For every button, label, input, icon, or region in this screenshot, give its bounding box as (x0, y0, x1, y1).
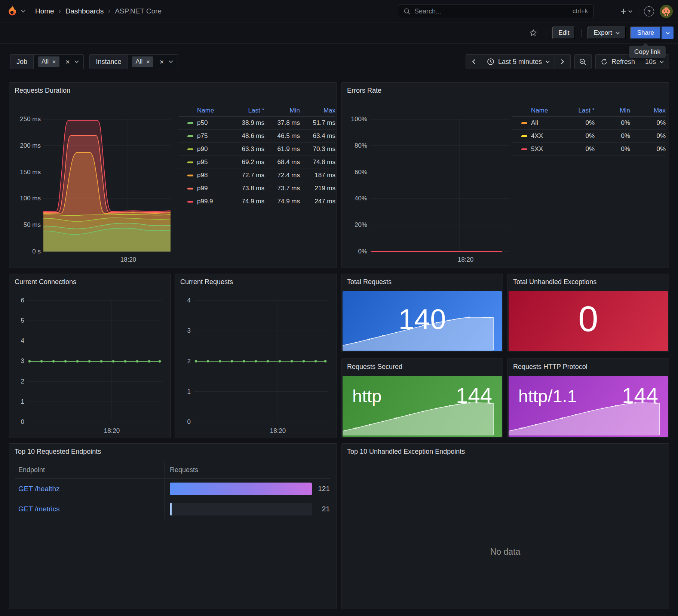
instance-chip-label: All (135, 58, 142, 65)
time-shift-forward-button[interactable] (555, 55, 570, 69)
current-requests-chart[interactable] (194, 299, 328, 424)
search-input[interactable] (414, 7, 569, 15)
legend-last-value: 69.2 ms (229, 158, 264, 166)
remove-chip-icon[interactable]: ✕ (146, 59, 150, 64)
total-requests-stat: 140 (343, 291, 502, 351)
chevron-down-icon[interactable] (169, 60, 173, 63)
export-button[interactable]: Export (588, 27, 625, 39)
chevron-down-icon[interactable] (74, 60, 79, 63)
series-name[interactable]: p50 (197, 119, 229, 127)
legend-last-value: 0% (559, 132, 595, 140)
share-button[interactable]: Share (630, 27, 661, 39)
instance-variable-value[interactable]: All ✕ ✕ (128, 55, 177, 69)
current-connections-chart[interactable] (27, 299, 162, 424)
panel-title[interactable]: Requests HTTP Protocol (513, 363, 588, 371)
zoom-out-group (574, 54, 592, 69)
clear-selection-icon[interactable]: ✕ (65, 59, 70, 65)
series-name[interactable]: p99 (197, 185, 229, 192)
panel-title[interactable]: Requests Secured (347, 363, 402, 371)
legend-row: All0%0%0% (512, 117, 666, 130)
legend-header-cell[interactable]: Min (264, 107, 300, 114)
axis-tick-label: 150 ms (12, 168, 41, 177)
panel-requests-secured: Requests Secured http 144 (341, 358, 503, 438)
add-new-button[interactable]: + (620, 6, 632, 16)
legend-header-cell[interactable]: Max (630, 107, 666, 114)
legend-last-value: 73.8 ms (229, 185, 264, 192)
panel-total-unhandled-exceptions: Total Unhandled Exceptions 0 (507, 274, 669, 352)
endpoint-link[interactable]: GET /healthz (15, 485, 164, 493)
panel-title[interactable]: Errors Rate (347, 87, 381, 95)
job-selected-chip[interactable]: All ✕ (38, 56, 59, 67)
chevron-down-icon (660, 61, 664, 63)
search-bar[interactable]: ctrl+k (398, 4, 593, 18)
job-variable-label[interactable]: Job (10, 55, 34, 69)
legend-last-value: 0% (559, 119, 595, 127)
clear-selection-icon[interactable]: ✕ (159, 59, 164, 65)
remove-chip-icon[interactable]: ✕ (52, 59, 56, 64)
series-color-pill (521, 148, 527, 150)
x-axis-tick: 18:20 (115, 256, 141, 264)
edit-button[interactable]: Edit (552, 27, 575, 39)
panel-title[interactable]: Requests Duration (15, 87, 70, 95)
chevron-down-icon (616, 32, 620, 34)
legend-header-cell[interactable]: Last * (229, 107, 264, 114)
time-shift-back-button[interactable] (466, 55, 482, 69)
requests-duration-chart[interactable] (43, 116, 171, 258)
variable-filters: Job All ✕ ✕ Instance All ✕ ✕ (10, 54, 178, 69)
chevron-left-icon (472, 59, 475, 64)
panel-title[interactable]: Top 10 Requested Endpoints (15, 448, 101, 456)
breadcrumb-dashboards[interactable]: Dashboards (65, 7, 104, 15)
column-header-requests[interactable]: Requests (164, 462, 331, 478)
requests-secured-stat: http 144 (343, 376, 502, 437)
panel-title[interactable]: Top 10 Unhandled Exception Endpoints (347, 448, 465, 456)
series-name[interactable]: p75 (197, 132, 229, 140)
legend-header-cell[interactable]: Min (595, 107, 630, 114)
job-variable-value[interactable]: All ✕ ✕ (34, 55, 83, 69)
panel-title[interactable]: Total Unhandled Exceptions (513, 278, 596, 286)
zoom-out-button[interactable] (575, 55, 591, 69)
panel-title[interactable]: Total Requests (347, 278, 392, 286)
legend-min-value: 73.7 ms (264, 185, 300, 192)
time-range-picker[interactable]: Last 5 minutes (482, 55, 555, 69)
series-name[interactable]: All (531, 119, 559, 127)
help-icon[interactable]: ? (644, 6, 654, 16)
series-name[interactable]: p99.9 (197, 198, 229, 205)
series-name[interactable]: 4XX (531, 132, 559, 140)
user-avatar[interactable] (660, 5, 673, 18)
endpoint-link[interactable]: GET /metrics (15, 505, 164, 513)
share-menu-button[interactable] (662, 27, 674, 39)
legend-header-cell[interactable]: Last * (559, 107, 595, 114)
grafana-logo[interactable] (6, 4, 18, 18)
errors-rate-chart[interactable] (370, 117, 510, 254)
endpoint-row: GET /metrics21 (15, 499, 331, 519)
axis-tick-label: 80% (346, 141, 367, 150)
search-icon (404, 8, 411, 15)
legend-min-value: 0% (595, 145, 630, 153)
series-name[interactable]: p98 (197, 172, 229, 179)
favorite-star-button[interactable] (527, 27, 540, 39)
panel-requests-duration: Requests Duration 250 ms200 ms150 ms100 … (9, 82, 337, 268)
y-axis: 43210 (182, 296, 191, 426)
org-switcher-chevron-icon[interactable] (21, 10, 25, 13)
legend-header-cell[interactable]: Max (300, 107, 335, 114)
axis-tick-label: 100 ms (12, 194, 41, 203)
series-name[interactable]: 5XX (531, 145, 559, 153)
breadcrumb-home[interactable]: Home (35, 7, 54, 15)
plus-icon: + (620, 6, 626, 16)
time-range-group: Last 5 minutes (466, 54, 571, 69)
legend-header-cell[interactable]: Name (197, 107, 229, 114)
axis-tick-label: 0 (16, 418, 24, 426)
series-color-pill (187, 122, 193, 124)
instance-selected-chip[interactable]: All ✕ (132, 56, 153, 67)
instance-variable-label[interactable]: Instance (90, 55, 128, 69)
x-axis-tick: 18:20 (452, 256, 479, 264)
panel-title[interactable]: Current Requests (180, 278, 233, 286)
axis-tick-label: 3 (16, 357, 24, 366)
panel-title[interactable]: Current Connections (15, 278, 76, 286)
legend-header-cell[interactable]: Name (531, 107, 559, 114)
column-header-endpoint[interactable]: Endpoint (15, 466, 164, 474)
series-name[interactable]: p90 (197, 145, 229, 153)
series-name[interactable]: p95 (197, 158, 229, 166)
endpoint-row: GET /healthz121 (15, 479, 331, 499)
legend-row: p9973.8 ms73.7 ms219 ms (178, 182, 335, 195)
